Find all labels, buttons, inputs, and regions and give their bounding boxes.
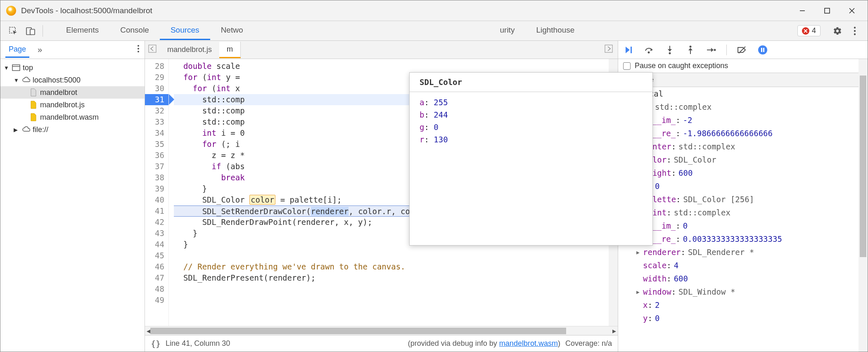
tree-file-mandelbrot[interactable]: ▶ mandelbrot	[0, 86, 145, 99]
scope-variable[interactable]: ▶__re_: 0.0033333333333333335	[618, 232, 868, 246]
close-button[interactable]	[840, 2, 864, 19]
pretty-print-icon[interactable]: {}	[151, 339, 161, 349]
tab-lighthouse[interactable]: Lighthouse	[525, 21, 585, 40]
scope-variable[interactable]: ▶__im_: -2	[618, 113, 868, 127]
navigator-header: Page »	[0, 41, 145, 59]
scope-variable[interactable]: ▶center: std::complex	[618, 140, 868, 153]
maximize-button[interactable]	[815, 2, 840, 19]
pause-caught-checkbox[interactable]	[623, 62, 631, 70]
line-number[interactable]: 41	[145, 206, 168, 217]
titlebar: DevTools - localhost:5000/mandelbrot	[0, 0, 868, 21]
gutter[interactable]: 2829303132333435363738394041424344454647…	[145, 59, 169, 326]
editor-tab-active[interactable]: m	[219, 42, 241, 58]
minimize-button[interactable]	[790, 2, 815, 19]
panel-tabs: Elements Console Sources Netwo urity Lig…	[55, 21, 585, 40]
line-number[interactable]: 36	[145, 150, 168, 161]
line-number[interactable]: 32	[145, 105, 168, 116]
code-line[interactable]	[174, 283, 609, 295]
nav-back-icon[interactable]	[148, 45, 157, 55]
pause-on-caught-row[interactable]: Pause on caught exceptions	[618, 59, 868, 73]
scope-variable[interactable]: ▶window: SDL_Window *	[618, 285, 868, 298]
line-number[interactable]: 39	[145, 183, 168, 194]
line-number[interactable]: 48	[145, 283, 168, 295]
line-number[interactable]: 31	[145, 94, 168, 105]
line-number[interactable]: 40	[145, 194, 168, 206]
scope-variable[interactable]: ▼point: std::complex	[618, 206, 868, 219]
scope-variable[interactable]: ▶y: 0	[618, 312, 868, 325]
tab-network[interactable]: Netwo	[210, 21, 254, 40]
navigator-panel: Page » ▼ top ▼ localhost:5000 ▶	[0, 41, 145, 352]
line-number[interactable]: 35	[145, 139, 168, 150]
scope-variable[interactable]: ▶i: 0	[618, 180, 868, 193]
step-button[interactable]	[706, 45, 716, 55]
scope-variable[interactable]: ▶palette: SDL_Color [256]	[618, 193, 868, 206]
line-number[interactable]: 33	[145, 116, 168, 128]
code-line[interactable]: // Render everything we've drawn to the …	[174, 261, 609, 272]
navigator-kebab-icon[interactable]	[137, 45, 140, 55]
tree-file-scheme[interactable]: ▶ file://	[0, 123, 145, 136]
line-number[interactable]: 42	[145, 217, 168, 228]
line-number[interactable]: 38	[145, 172, 168, 183]
line-number[interactable]: 49	[145, 295, 168, 306]
code-line[interactable]: double scale	[174, 61, 609, 72]
settings-gear-icon[interactable]	[830, 24, 844, 38]
code-line[interactable]	[174, 250, 609, 261]
debug-vertical-scrollbar[interactable]	[859, 59, 868, 352]
code-line[interactable]	[174, 295, 609, 306]
device-toolbar-icon[interactable]	[24, 24, 38, 38]
scope-variable[interactable]: ▼c: std::complex	[618, 100, 868, 113]
tab-elements[interactable]: Elements	[55, 21, 109, 40]
editor-tab-mandelbrot-js[interactable]: mandelbrot.js	[160, 42, 219, 57]
navigator-more-tabs-icon[interactable]: »	[38, 45, 42, 54]
execution-pointer-icon	[169, 94, 174, 105]
tree-root-top[interactable]: ▼ top	[0, 61, 145, 74]
source-map-link[interactable]: mandelbrot.wasm	[499, 339, 558, 347]
code-line[interactable]: SDL_RenderPresent(renderer);	[174, 272, 609, 283]
line-number[interactable]: 47	[145, 272, 168, 283]
scope-variable[interactable]: ▶__im_: 0	[618, 219, 868, 232]
tree-file-mandelbrot-js[interactable]: ▶ mandelbrot.js	[0, 99, 145, 111]
line-number[interactable]: 29	[145, 72, 168, 83]
deactivate-breakpoints-button[interactable]	[737, 45, 747, 55]
tooltip-property: r: 130	[420, 133, 643, 146]
line-number[interactable]: 28	[145, 61, 168, 72]
line-number[interactable]: 44	[145, 239, 168, 250]
resume-button[interactable]	[623, 45, 634, 55]
scope-tree[interactable]: ▼ L Local ▼c: std::complex▶__im_: -2▶__r…	[618, 87, 868, 352]
file-tree: ▼ top ▼ localhost:5000 ▶ mandelbrot ▶	[0, 59, 145, 138]
line-number[interactable]: 34	[145, 128, 168, 139]
step-over-button[interactable]	[644, 45, 655, 55]
kebab-menu-icon[interactable]	[848, 24, 862, 38]
scope-variable[interactable]: ▶scale: 4	[618, 259, 868, 272]
error-count-badge[interactable]: ✕ 4	[797, 25, 821, 36]
line-number[interactable]: 30	[145, 83, 168, 94]
navigator-tab-page[interactable]: Page	[5, 42, 29, 58]
separator	[726, 45, 727, 55]
cursor-position: Line 41, Column 30	[166, 339, 230, 348]
tab-sources[interactable]: Sources	[160, 21, 210, 40]
line-number[interactable]: 45	[145, 250, 168, 261]
scope-variable[interactable]: ▶__re_: -1.9866666666666666	[618, 127, 868, 140]
scope-variable[interactable]: ▶color: SDL_Color	[618, 153, 868, 166]
scope-variable[interactable]: ▶width: 600	[618, 272, 868, 285]
step-into-button[interactable]	[664, 45, 675, 55]
tooltip-property: b: 244	[420, 109, 643, 121]
line-number[interactable]: 37	[145, 161, 168, 172]
inspect-element-icon[interactable]	[6, 24, 20, 38]
line-number[interactable]: 43	[145, 228, 168, 239]
scope-section-header[interactable]: ▼ Scope	[618, 73, 868, 87]
pause-exceptions-button[interactable]	[757, 45, 768, 55]
nav-forward-icon[interactable]	[605, 45, 613, 55]
scope-local[interactable]: ▼ L Local	[618, 87, 868, 100]
tree-file-mandelbrot-wasm[interactable]: ▶ mandelbrot.wasm	[0, 111, 145, 123]
tab-console[interactable]: Console	[109, 21, 160, 40]
editor-horizontal-scrollbar[interactable]: ◂ ▸	[145, 326, 618, 335]
tab-security[interactable]: urity	[489, 21, 525, 40]
debugger-panel: Pause on caught exceptions ▼ Scope ▼ L L…	[618, 41, 868, 352]
scope-variable[interactable]: ▶height: 600	[618, 166, 868, 180]
tree-host[interactable]: ▼ localhost:5000	[0, 74, 145, 86]
scope-variable[interactable]: ▶x: 2	[618, 298, 868, 312]
step-out-button[interactable]	[685, 45, 696, 55]
scope-variable[interactable]: ▶renderer: SDL_Renderer *	[618, 246, 868, 259]
line-number[interactable]: 46	[145, 261, 168, 272]
